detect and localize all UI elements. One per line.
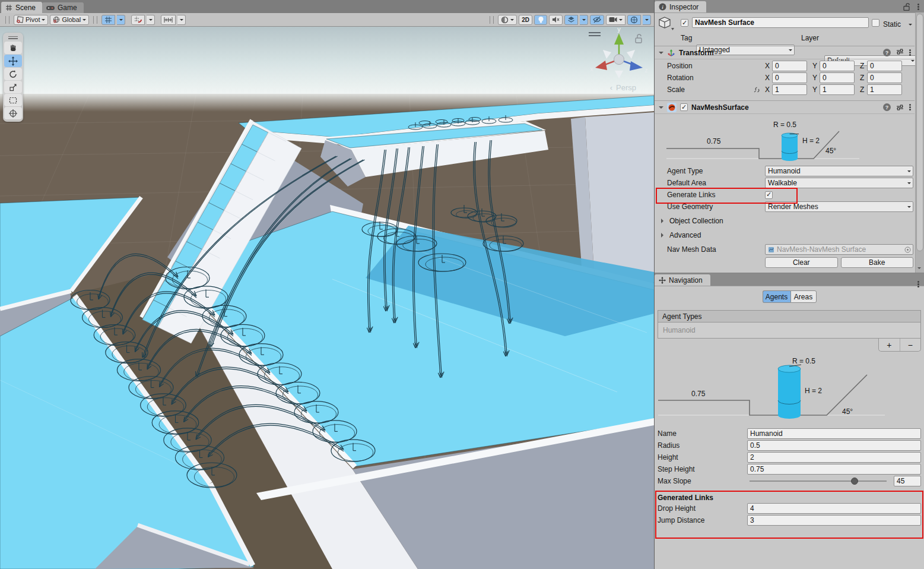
agents-tab[interactable]: Agents <box>763 290 790 303</box>
tools-drag-handle[interactable] <box>4 34 22 41</box>
diagram-slope-label: 45° <box>825 147 836 155</box>
clear-button[interactable]: Clear <box>765 257 838 268</box>
tab-game-label: Game <box>58 4 77 12</box>
navmeshsurface-component-icon <box>667 103 677 112</box>
gameobject-active-checkbox[interactable] <box>681 19 688 27</box>
scene-effects-button[interactable] <box>564 15 578 25</box>
tab-scene[interactable]: Scene <box>1 2 42 13</box>
transform-tool-button[interactable] <box>4 107 22 119</box>
name-field[interactable]: Humanoid <box>747 428 921 439</box>
tab-inspector[interactable]: i Inspector <box>655 1 706 12</box>
object-picker-icon[interactable] <box>904 246 911 253</box>
presets-icon[interactable] <box>896 104 904 111</box>
agent-type-dropdown[interactable]: Humanoid <box>765 166 913 176</box>
object-collection-foldout[interactable]: Object Collection <box>655 216 924 226</box>
agent-type-list-item[interactable]: Humanoid <box>658 323 921 339</box>
static-checkbox[interactable] <box>872 19 879 27</box>
pivot-toggle-button[interactable]: Pivot <box>14 15 48 25</box>
toolbar-drag-handle[interactable] <box>5 16 9 24</box>
inspector-scrollbar[interactable] <box>915 12 924 273</box>
nav-mesh-data-object-field[interactable]: NavMesh-NavMesh Surface <box>765 244 913 255</box>
navmeshsurface-title: NavMeshSurface <box>691 103 749 112</box>
move-tool-button[interactable] <box>4 55 22 67</box>
magnet-icon <box>134 16 142 24</box>
grid-visibility-button[interactable] <box>101 15 115 25</box>
scene-viewport[interactable]: y x z ‹ Persp <box>0 27 654 569</box>
navmeshsurface-header[interactable]: NavMeshSurface ? <box>655 100 915 114</box>
component-enabled-checkbox[interactable] <box>680 103 688 111</box>
add-agent-button[interactable]: + <box>879 339 900 351</box>
toolbar-drag-handle[interactable] <box>490 16 494 24</box>
scrollbar-thumb[interactable] <box>916 14 923 251</box>
global-toggle-button[interactable]: Global <box>50 15 89 25</box>
rotation-z-field[interactable]: 0 <box>867 72 902 83</box>
effects-dropdown[interactable] <box>580 15 588 25</box>
height-field[interactable]: 2 <box>747 452 921 463</box>
use-geometry-dropdown[interactable]: Render Meshes <box>765 201 913 212</box>
default-area-dropdown[interactable]: Walkable <box>765 178 913 188</box>
name-row: Name Humanoid <box>655 428 924 440</box>
step-height-field[interactable]: 0.75 <box>747 464 921 475</box>
camera-settings-button[interactable] <box>606 15 625 25</box>
advanced-foldout[interactable]: Advanced <box>655 230 924 241</box>
unlock-icon[interactable] <box>903 3 910 11</box>
scale-y-field[interactable]: 1 <box>820 84 855 95</box>
persp-label[interactable]: Persp <box>616 83 636 92</box>
inspector-menu-icon[interactable] <box>917 4 919 5</box>
help-icon[interactable]: ? <box>883 103 891 111</box>
generate-links-checkbox[interactable] <box>765 191 773 199</box>
jump-distance-field[interactable]: 3 <box>747 515 921 526</box>
snap-options-dropdown[interactable] <box>147 15 155 25</box>
scene-lighting-button[interactable] <box>534 15 547 25</box>
navigation-panel: Navigation Agents Areas Agent Types Huma… <box>655 273 924 569</box>
presets-icon[interactable] <box>896 48 904 55</box>
slider-thumb[interactable] <box>851 478 858 485</box>
2d-mode-button[interactable]: 2D <box>519 15 532 25</box>
tab-game[interactable]: Game <box>42 2 84 13</box>
max-slope-slider[interactable] <box>750 481 887 482</box>
hand-tool-button[interactable] <box>4 42 22 54</box>
static-dropdown-icon[interactable] <box>909 24 912 27</box>
foldout-open-icon[interactable] <box>659 106 663 111</box>
transform-header[interactable]: Transform ? <box>655 46 915 59</box>
rect-tool-button[interactable] <box>4 94 22 106</box>
foldout-open-icon[interactable] <box>659 52 663 56</box>
gizmo-center[interactable] <box>614 55 624 65</box>
scale-x-field[interactable]: 1 <box>772 84 807 95</box>
draw-mode-dropdown[interactable] <box>498 15 517 25</box>
scale-z-field[interactable]: 1 <box>867 84 902 95</box>
rotation-y-field[interactable]: 0 <box>820 72 855 83</box>
remove-agent-button[interactable]: − <box>900 339 921 351</box>
areas-tab[interactable]: Areas <box>790 290 817 303</box>
chevron-down-icon <box>42 19 45 23</box>
tab-navigation[interactable]: Navigation <box>655 274 710 286</box>
rotate-tool-button[interactable] <box>4 68 22 80</box>
snap-increment-button[interactable] <box>161 15 176 25</box>
link-broken-icon[interactable] <box>753 86 761 93</box>
tag-label: Tag <box>681 34 692 42</box>
position-z-field[interactable]: 0 <box>867 61 902 71</box>
position-y-field[interactable]: 0 <box>820 61 855 71</box>
gizmos-toggle-button[interactable] <box>627 15 641 25</box>
gizmos-dropdown[interactable] <box>643 15 651 25</box>
snap-toggle-button[interactable] <box>131 15 145 25</box>
drop-height-field[interactable]: 4 <box>747 503 921 514</box>
help-icon[interactable]: ? <box>883 49 891 56</box>
scale-tool-button[interactable] <box>4 81 22 93</box>
component-menu-icon[interactable] <box>909 49 911 51</box>
max-slope-field[interactable]: 45 <box>894 476 921 486</box>
snap-increment-dropdown[interactable] <box>177 15 186 25</box>
bake-button[interactable]: Bake <box>841 257 914 268</box>
rotation-x-field[interactable]: 0 <box>772 72 807 83</box>
agent-type-label: Agent Type <box>667 167 765 175</box>
gameobject-name-field[interactable]: NavMesh Surface <box>692 17 869 28</box>
scroll-down-icon[interactable] <box>917 267 921 271</box>
component-menu-icon[interactable] <box>909 104 911 106</box>
scene-audio-button[interactable] <box>549 15 563 25</box>
position-x-field[interactable]: 0 <box>772 61 807 71</box>
radius-field[interactable]: 0.5 <box>747 440 921 451</box>
scene-visibility-button[interactable] <box>590 15 604 25</box>
grid-options-dropdown[interactable] <box>117 15 125 25</box>
toolbar-drag-handle[interactable] <box>93 16 97 24</box>
navigation-menu-icon[interactable] <box>917 281 919 283</box>
